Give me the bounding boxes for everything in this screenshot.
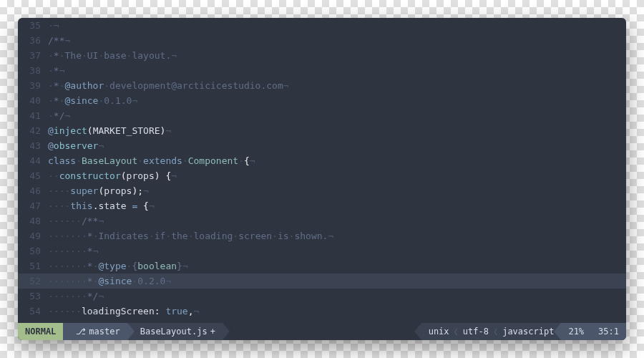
branch-name: master [89, 326, 119, 337]
separator-icon: ❮ [489, 326, 502, 337]
line-content[interactable]: ·*¬ [48, 63, 626, 78]
code-line[interactable]: 47····this.state = {¬ [18, 198, 626, 213]
line-content[interactable]: @observer¬ [48, 138, 626, 153]
line-number: 51 [18, 258, 48, 274]
line-content[interactable]: ······loadingScreen: true,¬ [48, 304, 626, 319]
modified-indicator: + [210, 326, 215, 337]
line-number: 36 [18, 33, 48, 48]
line-number: 48 [18, 213, 48, 228]
line-content[interactable]: ·······*·@type·{boolean}¬ [48, 258, 626, 274]
line-content[interactable]: ·······*·@since·0.2.0¬ [48, 274, 626, 289]
code-line[interactable]: 48······/**¬ [18, 213, 626, 228]
position-segment: 35:1 [591, 323, 626, 340]
line-number: 40 [18, 93, 48, 108]
code-line[interactable]: 50·······*¬ [18, 243, 626, 258]
filename: BaseLayout.js [140, 326, 208, 337]
code-line[interactable]: 43@observer¬ [18, 138, 626, 153]
line-content[interactable]: class·BaseLayout·extends·Component·{¬ [48, 153, 626, 168]
line-number: 43 [18, 138, 48, 153]
line-content[interactable]: ·*·The·UI·base·layout.¬ [48, 48, 626, 63]
git-branch-segment: ⎇ master [63, 323, 127, 340]
fileformat-segment: unix ❮ utf-8 ❮ javascript [421, 323, 562, 340]
code-line[interactable]: 42@inject(MARKET_STORE)¬ [18, 123, 626, 138]
code-line[interactable]: 44class·BaseLayout·extends·Component·{¬ [18, 153, 626, 168]
line-content[interactable]: @inject(MARKET_STORE)¬ [48, 123, 626, 138]
code-line[interactable]: 40·*·@since·0.1.0¬ [18, 93, 626, 108]
line-number: 52 [18, 274, 48, 289]
code-line[interactable]: 51·······*·@type·{boolean}¬ [18, 258, 626, 274]
line-number: 44 [18, 153, 48, 168]
line-number: 49 [18, 228, 48, 243]
filename-segment: BaseLayout.js + [127, 323, 223, 340]
line-content[interactable]: ····this.state = {¬ [48, 198, 626, 213]
line-content[interactable]: ·*/¬ [48, 108, 626, 123]
code-line[interactable]: 41·*/¬ [18, 108, 626, 123]
line-number: 42 [18, 123, 48, 138]
code-line[interactable]: 37·*·The·UI·base·layout.¬ [18, 48, 626, 63]
code-line[interactable]: 49·······*·Indicates·if·the·loading·scre… [18, 228, 626, 243]
code-line[interactable]: 46····super(props);¬ [18, 183, 626, 198]
line-number: 38 [18, 63, 48, 78]
line-content[interactable]: /**¬ [48, 33, 626, 48]
editor-window: 35·¬36/**¬37·*·The·UI·base·layout.¬38·*¬… [18, 18, 626, 340]
code-line[interactable]: 36/**¬ [18, 33, 626, 48]
mode-indicator: NORMAL [18, 323, 63, 340]
code-line[interactable]: 54······loadingScreen: true,¬ [18, 304, 626, 319]
status-line: NORMAL ⎇ master BaseLayout.js + unix ❮ u… [18, 323, 626, 340]
fileformat: unix [429, 326, 449, 337]
filetype: javascript [502, 326, 554, 337]
line-content[interactable]: ·¬ [48, 18, 626, 33]
line-number: 41 [18, 108, 48, 123]
line-content[interactable]: ·······*/¬ [48, 289, 626, 304]
line-content[interactable]: ····super(props);¬ [48, 183, 626, 198]
line-number: 50 [18, 243, 48, 258]
code-line[interactable]: 52·······*·@since·0.2.0¬ [18, 274, 626, 289]
line-content[interactable]: ·······*·Indicates·if·the·loading·screen… [48, 228, 626, 243]
line-content[interactable]: ··constructor(props) {¬ [48, 168, 626, 183]
line-number: 47 [18, 198, 48, 213]
line-content[interactable]: ·*·@author·development@arcticicestudio.c… [48, 78, 626, 93]
line-content[interactable]: ······/**¬ [48, 213, 626, 228]
code-line[interactable]: 35·¬ [18, 18, 626, 33]
code-line[interactable]: 39·*·@author·development@arcticicestudio… [18, 78, 626, 93]
encoding: utf-8 [463, 326, 489, 337]
line-number: 35 [18, 18, 48, 33]
code-line[interactable]: 38·*¬ [18, 63, 626, 78]
line-number: 39 [18, 78, 48, 93]
line-content[interactable]: ·······*¬ [48, 243, 626, 258]
line-content[interactable]: ·*·@since·0.1.0¬ [48, 93, 626, 108]
statusline-spacer [223, 323, 421, 340]
line-number: 46 [18, 183, 48, 198]
branch-icon: ⎇ [76, 326, 86, 337]
code-line[interactable]: 53·······*/¬ [18, 289, 626, 304]
line-number: 54 [18, 304, 48, 319]
line-number: 37 [18, 48, 48, 63]
line-number: 53 [18, 289, 48, 304]
separator-icon: ❮ [449, 326, 463, 337]
code-editor[interactable]: 35·¬36/**¬37·*·The·UI·base·layout.¬38·*¬… [18, 18, 626, 323]
code-line[interactable]: 45··constructor(props) {¬ [18, 168, 626, 183]
line-number: 45 [18, 168, 48, 183]
